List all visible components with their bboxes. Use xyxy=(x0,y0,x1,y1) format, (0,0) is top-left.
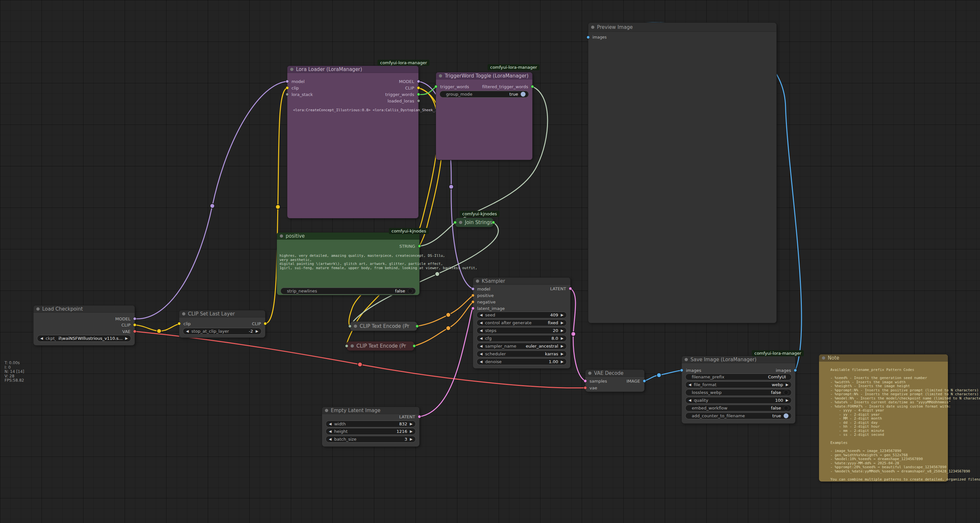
input-port-latent-image[interactable]: latent_image xyxy=(473,306,505,311)
node-save-image[interactable]: Save Image (LoraManager) images images f… xyxy=(682,356,795,423)
node-title-bar[interactable]: Note xyxy=(819,354,948,361)
output-port-string[interactable]: STRING xyxy=(399,243,419,249)
widget-embed-workflow[interactable]: embed_workflow false xyxy=(685,405,792,412)
output-port-latent[interactable]: LATENT xyxy=(550,286,570,292)
conditioning-port-icon[interactable] xyxy=(412,344,416,347)
input-port-icon[interactable] xyxy=(348,325,352,328)
widget-sampler-name[interactable]: ◀ sampler_name euler_ancestral ▶ xyxy=(477,343,567,350)
next-arrow-icon[interactable]: ▶ xyxy=(561,352,563,356)
widget-width[interactable]: ◀ width 832 ▶ xyxy=(326,420,416,427)
widget-lossless-webp[interactable]: lossless_webp false xyxy=(685,389,792,396)
widget-group-mode[interactable]: group_mode true xyxy=(439,91,529,98)
prev-arrow-icon[interactable]: ◀ xyxy=(329,429,331,434)
prev-arrow-icon[interactable]: ◀ xyxy=(689,383,691,387)
input-port-images[interactable]: images xyxy=(682,368,701,373)
clip-port-icon[interactable] xyxy=(286,86,289,89)
latent-port-icon[interactable] xyxy=(471,307,474,310)
collapse-dot-icon[interactable] xyxy=(290,68,293,71)
output-port-loaded-loras[interactable]: loaded_loras xyxy=(388,98,418,104)
node-empty-latent-image[interactable]: Empty Latent Image LATENT ◀ width 832 ▶ … xyxy=(322,407,419,447)
collapse-dot-icon[interactable] xyxy=(37,307,40,311)
clip-port-icon[interactable] xyxy=(417,86,420,89)
collapse-dot-icon[interactable] xyxy=(476,279,479,283)
next-arrow-icon[interactable]: ▶ xyxy=(561,360,563,364)
widget-file-format[interactable]: ◀ file_format webp ▶ xyxy=(685,381,792,388)
toggle-on-icon[interactable] xyxy=(784,414,789,418)
node-triggerword-toggle[interactable]: TriggerWord Toggle (LoraManager) trigger… xyxy=(436,72,532,160)
input-port-clip[interactable]: clip xyxy=(287,85,299,91)
node-preview-image[interactable]: Preview Image images xyxy=(588,23,776,323)
toggle-off-icon[interactable] xyxy=(784,406,789,410)
loaded-loras-port-icon[interactable] xyxy=(417,99,420,103)
prev-arrow-icon[interactable]: ◀ xyxy=(186,329,189,333)
reroute-dot[interactable] xyxy=(571,332,576,336)
prev-arrow-icon[interactable]: ◀ xyxy=(480,336,482,341)
image-port-icon[interactable] xyxy=(680,369,683,372)
reroute-dot[interactable] xyxy=(446,312,450,317)
next-arrow-icon[interactable]: ▶ xyxy=(410,437,412,441)
conditioning-port-icon[interactable] xyxy=(471,300,474,303)
node-note[interactable]: Note Available filename_prefix Pattern C… xyxy=(819,354,948,482)
next-arrow-icon[interactable]: ▶ xyxy=(410,422,412,426)
widget-ckpt-name[interactable]: ◀ ckpt_name il\waiNSFWIllustrious_v110.s… xyxy=(37,335,131,342)
prev-arrow-icon[interactable]: ◀ xyxy=(480,321,482,325)
output-port-clip[interactable]: CLIP xyxy=(405,85,418,91)
reroute-dot[interactable] xyxy=(449,184,453,189)
prev-arrow-icon[interactable]: ◀ xyxy=(480,344,482,348)
output-port-vae[interactable]: VAE xyxy=(123,328,135,334)
collapse-dot-icon[interactable] xyxy=(591,25,594,29)
input-port-trigger-words[interactable]: trigger_words xyxy=(436,84,469,89)
node-positive-prompt[interactable]: positive STRING highres, very detailed, … xyxy=(277,233,419,295)
node-clip-set-last-layer[interactable]: CLIP Set Last Layer clip CLIP ◀ stop_at_… xyxy=(179,310,265,338)
collapse-dot-icon[interactable] xyxy=(325,409,328,412)
clip-port-icon[interactable] xyxy=(264,322,267,325)
output-port-latent[interactable]: LATENT xyxy=(399,414,419,420)
prev-arrow-icon[interactable]: ◀ xyxy=(480,328,482,333)
node-title-bar[interactable]: TriggerWord Toggle (LoraManager) xyxy=(436,72,532,79)
reroute-dot[interactable] xyxy=(446,326,450,330)
node-title-bar[interactable]: Save Image (LoraManager) xyxy=(682,356,795,363)
output-port-clip[interactable]: CLIP xyxy=(121,322,135,328)
next-arrow-icon[interactable]: ▶ xyxy=(561,328,563,333)
input-port-icon[interactable] xyxy=(345,344,348,347)
input-port-lora-stack[interactable]: lora_stack xyxy=(287,92,313,97)
node-clip-text-encode-negative[interactable]: CLIP Text Encode (Pr xyxy=(347,341,414,350)
node-title-bar[interactable]: Lora Loader (LoraManager) xyxy=(287,66,418,73)
next-arrow-icon[interactable]: ▶ xyxy=(561,336,563,341)
next-arrow-icon[interactable]: ▶ xyxy=(786,398,789,403)
node-title-bar[interactable]: VAE Decode xyxy=(585,369,644,377)
vae-port-icon[interactable] xyxy=(133,330,136,333)
conditioning-port-icon[interactable] xyxy=(415,325,419,328)
prev-arrow-icon[interactable]: ◀ xyxy=(480,313,482,317)
reroute-dot[interactable] xyxy=(210,204,215,208)
node-title-bar[interactable]: KSampler xyxy=(473,277,570,285)
vae-port-icon[interactable] xyxy=(584,386,587,390)
model-port-icon[interactable] xyxy=(471,287,474,290)
input-port-model[interactable]: model xyxy=(287,78,304,84)
widget-batch-size[interactable]: ◀ batch_size 3 ▶ xyxy=(326,436,416,442)
prompt-text-field[interactable]: highres, very detailed, amazing quality,… xyxy=(280,254,477,270)
conditioning-port-icon[interactable] xyxy=(471,294,474,297)
toggle-off-icon[interactable] xyxy=(408,288,412,293)
latent-port-icon[interactable] xyxy=(569,287,572,290)
collapse-dot-icon[interactable] xyxy=(351,344,354,347)
prev-arrow-icon[interactable]: ◀ xyxy=(480,360,482,364)
node-title-bar[interactable]: Empty Latent Image xyxy=(322,407,419,414)
node-load-checkpoint[interactable]: Load Checkpoint MODEL CLIP VAE ◀ ckpt_na… xyxy=(33,306,135,345)
image-port-icon[interactable] xyxy=(794,369,797,372)
node-ksampler[interactable]: KSampler model positive negative latent_… xyxy=(473,277,570,368)
next-arrow-icon[interactable]: ▶ xyxy=(256,329,258,333)
string-port-icon[interactable] xyxy=(417,93,420,96)
collapse-dot-icon[interactable] xyxy=(685,358,688,361)
collapse-dot-icon[interactable] xyxy=(182,312,185,315)
string-port-icon[interactable] xyxy=(531,85,534,88)
next-arrow-icon[interactable]: ▶ xyxy=(125,336,128,341)
node-title-bar[interactable]: Load Checkpoint xyxy=(33,306,135,312)
collapse-dot-icon[interactable] xyxy=(822,357,825,360)
node-clip-text-encode-positive[interactable]: CLIP Text Encode (Pr xyxy=(350,322,417,331)
latent-port-icon[interactable] xyxy=(418,415,421,418)
input-port-negative[interactable]: negative xyxy=(473,299,496,305)
node-vae-decode[interactable]: VAE Decode samples vae IMAGE xyxy=(585,369,644,392)
widget-filename-prefix[interactable]: filename_prefix ComfyUI xyxy=(685,374,792,380)
next-arrow-icon[interactable]: ▶ xyxy=(561,344,563,348)
